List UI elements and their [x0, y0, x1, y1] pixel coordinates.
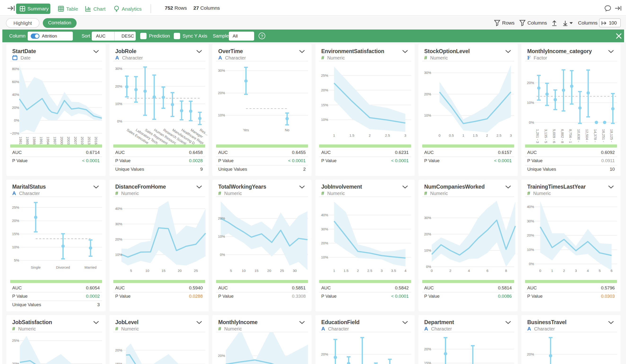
svg-text:2016: 2016	[94, 137, 98, 144]
svg-text:15%: 15%	[12, 232, 19, 236]
svg-text:Divorced: Divorced	[56, 265, 70, 269]
svg-text:60%: 60%	[12, 80, 19, 84]
svg-text:1.5: 1.5	[344, 269, 349, 273]
svg-text:10%: 10%	[321, 118, 328, 122]
svg-text:10%: 10%	[424, 113, 431, 117]
svg-text:3: 3	[510, 133, 511, 137]
svg-text:25%: 25%	[12, 205, 19, 209]
svg-text:2.5: 2.5	[496, 133, 501, 137]
svg-text:40%: 40%	[12, 93, 19, 97]
svg-text:0%: 0%	[426, 265, 431, 268]
svg-text:20%: 20%	[321, 241, 328, 245]
svg-text:3.5: 3.5	[391, 269, 396, 273]
svg-text:30%: 30%	[218, 68, 225, 72]
svg-text:20%: 20%	[115, 237, 122, 241]
svg-text:10%: 10%	[218, 113, 225, 117]
svg-text:10%: 10%	[12, 245, 19, 249]
svg-text:80%: 80%	[12, 67, 19, 71]
svg-text:0: 0	[431, 269, 433, 273]
svg-text:18,125 -: 18,125 -	[610, 129, 614, 142]
svg-text:10%: 10%	[115, 101, 122, 105]
svg-text:1.5: 1.5	[472, 133, 477, 137]
svg-text:8,756 - 1: 8,756 - 1	[569, 129, 573, 143]
svg-text:0%: 0%	[529, 120, 534, 124]
svg-text:1: 1	[462, 133, 464, 137]
svg-text:1991: 1991	[39, 137, 43, 144]
svg-text:1: 1	[551, 269, 553, 273]
svg-text:0: 0	[539, 269, 541, 273]
svg-text:20: 20	[178, 269, 182, 273]
svg-text:10%: 10%	[527, 247, 534, 251]
svg-text:10%: 10%	[527, 100, 534, 104]
svg-text:0%: 0%	[529, 262, 534, 266]
svg-text:2000: 2000	[60, 137, 64, 144]
svg-text:20%: 20%	[218, 354, 225, 358]
svg-text:2003: 2003	[66, 137, 71, 144]
svg-text:2013: 2013	[87, 137, 91, 144]
svg-text:No: No	[285, 128, 289, 132]
svg-text:1985: 1985	[25, 137, 29, 144]
svg-text:10%: 10%	[321, 255, 328, 259]
svg-text:20: 20	[267, 269, 272, 273]
svg-text:1.5: 1.5	[350, 133, 354, 137]
svg-text:5: 5	[230, 269, 232, 273]
svg-text:3: 3	[575, 269, 577, 273]
svg-text:20%: 20%	[321, 88, 328, 92]
svg-text:2: 2	[357, 269, 359, 273]
svg-text:1997: 1997	[53, 137, 57, 144]
svg-text:10: 10	[145, 269, 149, 273]
svg-text:20%: 20%	[527, 81, 534, 85]
svg-text:20%: 20%	[424, 232, 431, 236]
svg-text:25: 25	[280, 269, 284, 273]
svg-text:6: 6	[611, 269, 613, 273]
svg-text:15: 15	[255, 269, 259, 273]
svg-text:6,882 - 8: 6,882 - 8	[560, 129, 565, 143]
svg-text:0.5: 0.5	[449, 133, 454, 137]
svg-text:30%: 30%	[424, 70, 431, 75]
svg-text:8: 8	[505, 269, 507, 273]
svg-text:1: 1	[333, 133, 335, 137]
svg-text:12,504 -: 12,504 -	[585, 129, 589, 142]
svg-text:2: 2	[369, 133, 371, 137]
svg-text:10%: 10%	[218, 234, 225, 238]
svg-text:4: 4	[404, 269, 406, 273]
svg-text:30%: 30%	[527, 219, 534, 223]
svg-text:25%: 25%	[12, 338, 19, 342]
svg-text:0: 0	[438, 133, 440, 137]
svg-text:1,261 - 3: 1,261 - 3	[536, 129, 540, 143]
svg-text:30%: 30%	[115, 66, 122, 70]
svg-text:3: 3	[381, 269, 383, 273]
svg-text:20%: 20%	[218, 216, 225, 220]
svg-text:10%: 10%	[115, 253, 122, 257]
svg-text:30%: 30%	[115, 222, 122, 226]
svg-text:20%: 20%	[527, 352, 534, 356]
svg-text:1981: 1981	[18, 137, 22, 144]
svg-text:20%: 20%	[115, 84, 122, 88]
svg-text:40%: 40%	[115, 206, 122, 211]
svg-text:1988: 1988	[32, 137, 36, 144]
svg-text:15%: 15%	[424, 361, 431, 364]
svg-text:40%: 40%	[527, 205, 534, 209]
svg-text:15%: 15%	[115, 362, 122, 364]
svg-text:20%: 20%	[424, 347, 431, 351]
svg-text:16,251 -: 16,251 -	[602, 129, 606, 142]
svg-text:2010: 2010	[80, 137, 84, 144]
svg-text:5,009 - 6: 5,009 - 6	[552, 129, 556, 143]
svg-text:10%: 10%	[424, 248, 431, 252]
svg-text:6: 6	[486, 269, 488, 273]
svg-text:20%: 20%	[218, 91, 225, 95]
svg-text:25%: 25%	[321, 73, 328, 77]
svg-text:25: 25	[194, 269, 198, 273]
svg-text:4: 4	[587, 269, 589, 273]
svg-text:2007: 2007	[73, 137, 77, 144]
svg-text:14,378 -: 14,378 -	[593, 129, 597, 142]
svg-text:20%: 20%	[12, 105, 19, 109]
svg-text:30: 30	[293, 269, 297, 273]
svg-text:4: 4	[468, 269, 470, 273]
svg-text:2: 2	[449, 269, 451, 273]
svg-text:20%: 20%	[12, 219, 19, 223]
svg-text:0%: 0%	[117, 119, 122, 123]
svg-text:2.5: 2.5	[367, 269, 372, 273]
svg-text:2: 2	[563, 269, 565, 273]
svg-text:Yes: Yes	[243, 128, 249, 132]
